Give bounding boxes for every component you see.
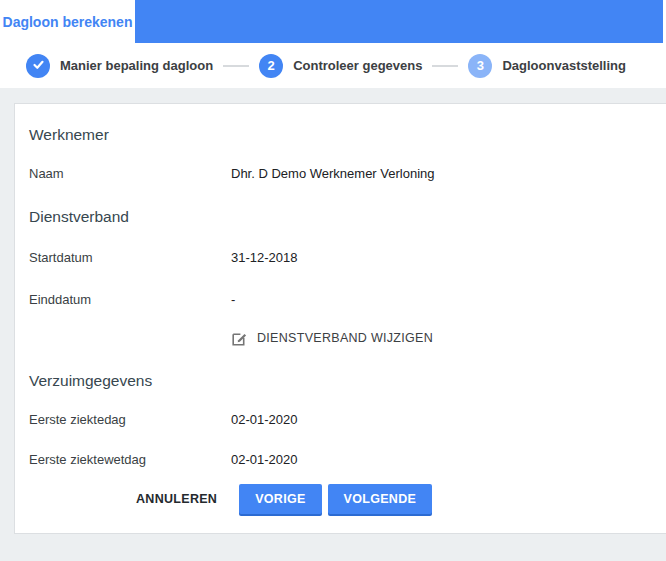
annuleren-button[interactable]: ANNULEREN — [136, 492, 227, 506]
wizard-stepper: Manier bepaling dagloon 2 Controleer geg… — [0, 43, 666, 88]
step-manier-bepaling-dagloon[interactable]: Manier bepaling dagloon — [26, 54, 213, 78]
field-row-naam: Naam Dhr. D Demo Werknemer Verloning — [29, 164, 646, 182]
field-label: Eerste ziektewetdag — [29, 452, 231, 467]
step-2-circle: 2 — [259, 54, 283, 78]
field-row-startdatum: Startdatum 31-12-2018 — [29, 248, 646, 266]
field-row-eerste-ziektedag: Eerste ziektedag 02-01-2020 — [29, 410, 646, 428]
vorige-button[interactable]: VORIGE — [239, 484, 321, 514]
check-icon — [32, 58, 45, 74]
field-row-einddatum: Einddatum - — [29, 290, 646, 308]
section-title-verzuimgegevens: Verzuimgegevens — [29, 370, 646, 392]
tab-dagloon-berekenen[interactable]: Dagloon berekenen — [0, 0, 135, 43]
field-label: Startdatum — [29, 250, 231, 265]
field-label: Einddatum — [29, 292, 231, 307]
step-dagloonvaststelling[interactable]: 3 Dagloonvaststelling — [468, 54, 626, 78]
section-title-dienstverband: Dienstverband — [29, 206, 646, 228]
section-title-werknemer: Werknemer — [29, 124, 646, 146]
step-connector — [223, 65, 249, 67]
step-3-circle: 3 — [468, 54, 492, 78]
field-row-eerste-ziektewetdag: Eerste ziektewetdag 02-01-2020 — [29, 450, 646, 468]
action-label: DIENSTVERBAND WIJZIGEN — [257, 331, 433, 345]
step-controleer-gegevens[interactable]: 2 Controleer gegevens — [259, 54, 422, 78]
dienstverband-wijzigen-button[interactable]: DIENSTVERBAND WIJZIGEN — [231, 328, 646, 348]
field-label: Eerste ziektedag — [29, 412, 231, 427]
header-blue-bar — [135, 0, 663, 43]
field-value: 31-12-2018 — [231, 250, 298, 265]
field-value: 02-01-2020 — [231, 412, 298, 427]
page-background: Werknemer Naam Dhr. D Demo Werknemer Ver… — [0, 88, 666, 561]
edit-icon — [231, 330, 248, 347]
button-row: ANNULEREN VORIGE VOLGENDE — [136, 484, 646, 514]
step-1-circle — [26, 54, 50, 78]
step-connector — [432, 65, 458, 67]
step-3-label: Dagloonvaststelling — [502, 58, 626, 73]
field-value: Dhr. D Demo Werknemer Verloning — [231, 166, 435, 181]
wizard-card: Werknemer Naam Dhr. D Demo Werknemer Ver… — [14, 103, 666, 534]
field-value: - — [231, 292, 235, 307]
field-value: 02-01-2020 — [231, 452, 298, 467]
volgende-button[interactable]: VOLGENDE — [328, 484, 433, 514]
step-1-label: Manier bepaling dagloon — [60, 58, 213, 73]
step-2-label: Controleer gegevens — [293, 58, 422, 73]
field-label: Naam — [29, 166, 231, 181]
tab-bar: Dagloon berekenen — [0, 0, 666, 43]
